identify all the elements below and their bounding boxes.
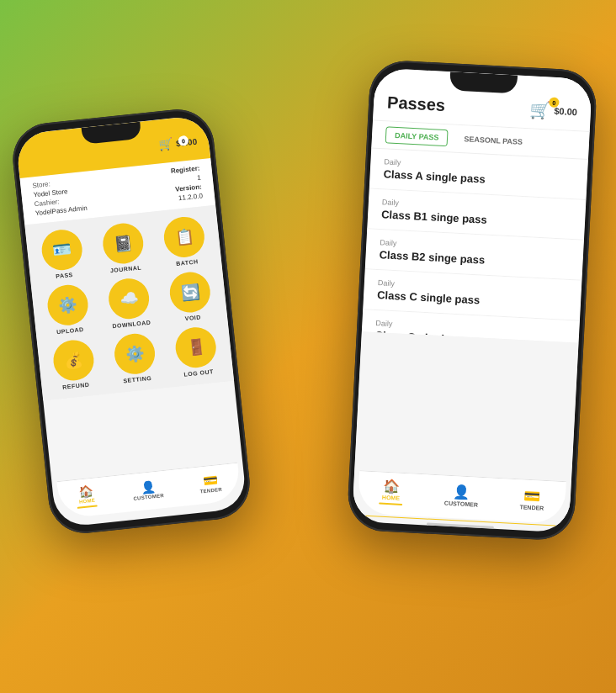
grid-item-setting[interactable]: ⚙️ SETTING: [105, 331, 165, 386]
batch-label: BATCH: [176, 258, 199, 267]
pass-list: Daily Class A single pass Daily Class B1…: [362, 148, 588, 342]
tab-seasonal-pass[interactable]: SEASONL PASS: [454, 130, 533, 151]
grid-item-upload[interactable]: ⚙️ UPLOAD: [38, 283, 98, 337]
right-tender-label: TENDER: [519, 504, 544, 510]
right-cart-icon: 🛒: [529, 99, 551, 120]
grid-item-refund[interactable]: 💰 REFUND: [44, 337, 104, 392]
left-nav-tender[interactable]: 💳 TENDER: [199, 472, 223, 494]
tab-daily-pass[interactable]: DAILY PASS: [385, 126, 449, 146]
journal-circle: 📓: [101, 221, 146, 266]
upload-label: UPLOAD: [56, 326, 84, 335]
upload-circle: ⚙️: [45, 283, 90, 327]
phone-right: Passes 🛒 0 $0.00 DAILY PASS SEASONL PASS…: [347, 59, 598, 541]
pass-label: PASS: [56, 272, 73, 279]
home-icon: 🏠: [78, 484, 94, 499]
store-label: Store:: [32, 180, 50, 189]
home-indicator: [427, 523, 494, 529]
refund-label: REFUND: [62, 382, 90, 390]
tender-icon: 💳: [202, 473, 218, 488]
right-nav-customer[interactable]: 👤 CUSTOMER: [444, 483, 479, 507]
right-tender-icon: 💳: [523, 487, 541, 504]
download-circle: ☁️: [107, 277, 151, 321]
passes-title: Passes: [387, 93, 446, 115]
void-circle: 🔄: [168, 270, 213, 315]
right-home-label: HOME: [382, 495, 400, 501]
journal-label: JOURNAL: [110, 264, 142, 273]
right-nav-home[interactable]: 🏠 HOME: [379, 478, 404, 505]
phone-left: 🛒 $0.00 0 Store: Register: Yodel Store 1…: [9, 106, 253, 537]
pass-circle: 🪪: [40, 228, 84, 272]
home-underline: [77, 505, 98, 508]
right-home-underline: [379, 503, 402, 505]
version-value: 11.2.0.0: [178, 192, 204, 202]
logout-label: LOG OUT: [183, 368, 214, 378]
right-cart-amount: $0.00: [554, 106, 577, 117]
cashier-label: Cashier:: [34, 198, 60, 208]
left-nav-customer[interactable]: 👤 CUSTOMER: [131, 479, 164, 501]
download-label: DOWNLOAD: [112, 320, 151, 330]
right-nav-tender[interactable]: 💳 TENDER: [519, 487, 544, 510]
tender-nav-label: TENDER: [199, 486, 222, 494]
grid-item-logout[interactable]: 🚪 LOG OUT: [167, 325, 226, 379]
void-label: VOID: [184, 314, 201, 321]
batch-circle: 📋: [162, 214, 207, 259]
grid-item-pass[interactable]: 🪪 PASS: [32, 227, 92, 282]
setting-label: SETTING: [123, 375, 151, 384]
grid-item-batch[interactable]: 📋 BATCH: [155, 214, 215, 269]
left-nav-home[interactable]: 🏠 HOME: [76, 484, 98, 509]
left-bottom-nav: 🏠 HOME 👤 CUSTOMER 💳 TENDER: [56, 463, 242, 519]
refund-circle: 💰: [51, 338, 96, 383]
right-home-icon: 🏠: [383, 478, 401, 495]
customer-icon: 👤: [140, 479, 156, 495]
right-customer-icon: 👤: [453, 484, 470, 500]
right-screen-inner: Passes 🛒 0 $0.00 DAILY PASS SEASONL PASS…: [352, 68, 592, 533]
phones-container: 🛒 $0.00 0 Store: Register: Yodel Store 1…: [13, 14, 603, 679]
left-cart-icon: 🛒: [157, 137, 173, 152]
grid-item-journal[interactable]: 📓 JOURNAL: [93, 220, 153, 275]
register-value: 1: [197, 173, 201, 181]
home-nav-label: HOME: [79, 498, 96, 505]
logout-circle: 🚪: [174, 325, 219, 370]
customer-nav-label: CUSTOMER: [133, 493, 164, 501]
right-cart-area: 🛒 0 $0.00: [529, 99, 578, 122]
setting-circle: ⚙️: [113, 331, 157, 376]
grid-item-void[interactable]: 🔄 VOID: [161, 269, 220, 324]
left-grid: 🪪 PASS 📓 JOURNAL 📋 BATCH ⚙️ UPLOAD ☁: [24, 205, 234, 401]
phone-right-screen: Passes 🛒 0 $0.00 DAILY PASS SEASONL PASS…: [352, 68, 592, 533]
right-customer-label: CUSTOMER: [444, 500, 478, 507]
grid-item-download[interactable]: ☁️ DOWNLOAD: [99, 276, 159, 331]
phone-left-screen: 🛒 $0.00 0 Store: Register: Yodel Store 1…: [15, 114, 247, 527]
